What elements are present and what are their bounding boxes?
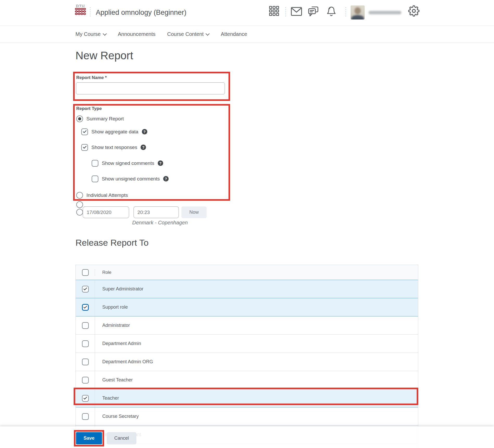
release-report-to-title: Release Report To: [75, 238, 149, 248]
screen: DTU Applied omnology (Beginner): [0, 0, 494, 448]
show-signed-comments-option: Show signed comments ?: [92, 160, 163, 167]
chevron-down-icon: [103, 32, 107, 36]
notification-bell-icon[interactable]: [326, 6, 337, 17]
email-icon[interactable]: [291, 7, 302, 16]
table-row: Department Admin ORG: [76, 353, 418, 371]
help-icon[interactable]: ?: [158, 160, 163, 166]
table-row: Teacher: [76, 389, 418, 407]
save-button[interactable]: Save: [76, 432, 102, 444]
show-signed-comments-checkbox[interactable]: [92, 160, 98, 167]
table-header-row: Role: [76, 265, 418, 280]
show-text-responses-checkbox[interactable]: [81, 144, 88, 151]
role-label: Super Administrator: [95, 280, 418, 298]
report-name-label: Report Name *: [76, 75, 107, 80]
summary-report-option: Summary Report: [76, 115, 124, 122]
show-unsigned-comments-option: Show unsigned comments ?: [92, 175, 169, 182]
help-icon[interactable]: ?: [163, 176, 169, 181]
report-type-label: Report Type: [76, 106, 102, 111]
show-aggregate-label: Show aggregate data: [91, 129, 138, 135]
table-row: Guest Teacher: [76, 371, 418, 389]
apps-grid-icon[interactable]: [269, 6, 279, 16]
user-avatar[interactable]: [351, 5, 365, 20]
summary-report-radio[interactable]: [76, 115, 83, 122]
settings-gear-icon[interactable]: [408, 5, 420, 17]
role-label: Administrator: [95, 316, 418, 334]
role-checkbox-super-administrator[interactable]: [82, 286, 89, 293]
role-checkbox-department-admin[interactable]: [82, 340, 89, 347]
individual-attempts-radio[interactable]: [76, 192, 83, 199]
summary-report-radio-label: Summary Report: [86, 116, 124, 122]
table-row: Support role: [76, 298, 418, 316]
role-checkbox-support-role[interactable]: [82, 304, 89, 311]
role-column-header: Role: [95, 270, 418, 275]
nav-course-content[interactable]: Course Content: [167, 31, 209, 37]
header-divider-dots: [345, 7, 346, 16]
report-name-input[interactable]: [76, 82, 225, 94]
table-row: Course Secretary: [76, 407, 418, 426]
release-date-radio[interactable]: [76, 209, 83, 216]
release-date-input[interactable]: [83, 206, 129, 218]
role-label: Course Secretary: [95, 407, 418, 425]
individual-attempts-option: Individual Attempts: [76, 192, 128, 199]
show-aggregate-checkbox[interactable]: [81, 128, 88, 135]
app-header: DTU Applied omnology (Beginner): [0, 0, 494, 26]
role-label: Guest Teacher: [95, 371, 418, 389]
action-footer: [0, 426, 494, 448]
header-divider-dots: [285, 7, 286, 16]
table-row: Administrator: [76, 316, 418, 335]
course-navbar: My Course Announcements Course Content A…: [0, 26, 494, 43]
table-row: Super Administrator: [76, 280, 418, 298]
help-icon[interactable]: ?: [142, 129, 147, 134]
help-icon[interactable]: ?: [141, 145, 146, 150]
course-title: Applied omnology (Beginner): [96, 9, 186, 17]
chevron-down-icon: [206, 32, 210, 36]
now-button[interactable]: Now: [181, 206, 207, 218]
role-label: Teacher: [95, 389, 418, 407]
role-checkbox-course-secretary[interactable]: [82, 413, 89, 420]
show-aggregate-option: Show aggregate data ?: [81, 128, 147, 135]
show-unsigned-comments-checkbox[interactable]: [92, 176, 98, 182]
role-label: Support role: [95, 298, 418, 316]
show-text-responses-option: Show text responses ?: [81, 144, 146, 151]
page-title: New Report: [75, 49, 133, 62]
show-unsigned-comments-label: Show unsigned comments: [102, 176, 160, 182]
role-label: Department Admin ORG: [95, 353, 418, 371]
chat-icon[interactable]: [308, 6, 319, 17]
role-checkbox-department-admin-org[interactable]: [82, 359, 89, 365]
release-roles-table: Role Super Administrator Support role Ad…: [75, 265, 418, 448]
dtu-logo-text: DTU: [75, 4, 86, 8]
dtu-braid-icon: [75, 8, 86, 15]
timezone-label: Denmark - Copenhagen: [132, 220, 188, 226]
select-all-checkbox[interactable]: [82, 269, 89, 276]
show-text-responses-label: Show text responses: [91, 145, 137, 150]
table-row: Department Admin: [76, 335, 418, 353]
role-label: Department Admin: [95, 335, 418, 353]
nav-my-course[interactable]: My Course: [75, 31, 106, 37]
show-signed-comments-label: Show signed comments: [102, 160, 154, 166]
individual-attempts-radio-label: Individual Attempts: [86, 192, 128, 198]
cancel-button[interactable]: Cancel: [107, 432, 136, 444]
release-time-input[interactable]: [134, 206, 179, 218]
header-divider-dots: [90, 7, 91, 16]
role-checkbox-administrator[interactable]: [82, 322, 89, 329]
dtu-logo[interactable]: DTU: [75, 4, 86, 16]
nav-announcements[interactable]: Announcements: [118, 31, 156, 37]
user-name-redacted: [369, 11, 401, 14]
role-checkbox-teacher[interactable]: [82, 395, 89, 402]
nav-attendance[interactable]: Attendance: [221, 31, 247, 37]
role-checkbox-guest-teacher[interactable]: [82, 377, 89, 384]
release-date-row: Now: [76, 206, 209, 218]
